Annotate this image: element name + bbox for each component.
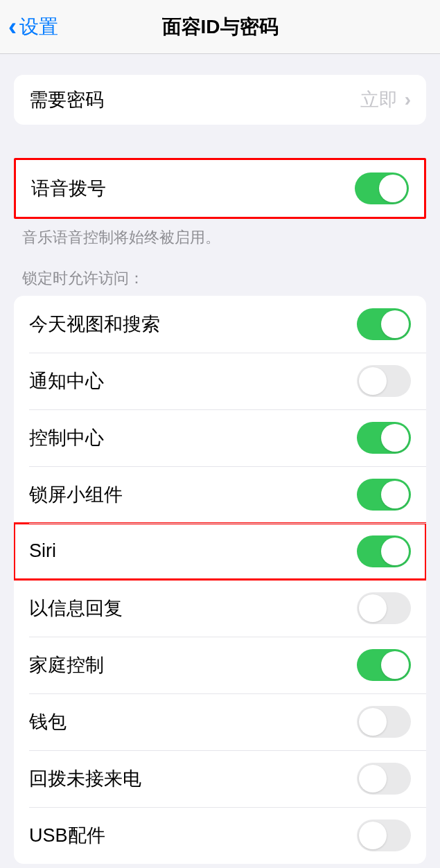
allow-access-toggle[interactable] [357,592,411,624]
allow-access-toggle[interactable] [357,649,411,681]
toggle-knob [381,651,409,679]
allow-access-header: 锁定时允许访问： [0,268,440,296]
allow-access-label: 通知中心 [29,369,104,393]
allow-access-toggle[interactable] [357,706,411,738]
chevron-left-icon: ‹ [8,12,17,42]
allow-access-toggle[interactable] [357,365,411,397]
allow-access-row: 控制中心 [14,409,426,466]
allow-access-row: Siri [14,523,426,580]
toggle-knob [359,765,387,792]
toggle-knob [379,175,407,202]
allow-access-toggle[interactable] [357,535,411,567]
allow-access-toggle[interactable] [357,422,411,454]
allow-access-toggle[interactable] [357,479,411,511]
allow-access-label: Siri [29,540,56,562]
chevron-right-icon: › [405,89,411,111]
allow-access-row: USB配件 [14,807,426,864]
allow-access-label: 以信息回复 [29,596,123,621]
allow-access-label: USB配件 [29,823,105,848]
toggle-knob [359,822,387,849]
voice-dial-row: 语音拨号 [16,160,424,217]
require-passcode-row[interactable]: 需要密码 立即 › [14,75,426,125]
allow-access-label: 锁屏小组件 [29,482,123,507]
allow-access-group: 今天视图和搜索通知中心控制中心锁屏小组件Siri以信息回复家庭控制钱包回拨未接来… [14,296,426,864]
toggle-knob [359,708,387,736]
voice-dial-group: 语音拨号 [14,158,426,219]
toggle-knob [381,538,409,565]
allow-access-label: 家庭控制 [29,653,104,677]
allow-access-row: 钱包 [14,693,426,750]
allow-access-row: 以信息回复 [14,580,426,637]
allow-access-toggle[interactable] [357,308,411,340]
toggle-knob [381,424,409,452]
allow-access-label: 今天视图和搜索 [29,312,160,337]
toggle-knob [381,310,409,338]
usb-footer: iPhone锁定超过一小时后，需先解锁iPhone才能允许USB配件连接。 [0,864,440,868]
require-passcode-group: 需要密码 立即 › [14,75,426,125]
back-button[interactable]: ‹ 设置 [0,12,58,42]
allow-access-label: 回拨未接来电 [29,766,141,791]
toggle-knob [381,481,409,508]
allow-access-row: 通知中心 [14,353,426,409]
allow-access-label: 控制中心 [29,425,104,450]
allow-access-row: 回拨未接来电 [14,750,426,807]
voice-dial-footer: 音乐语音控制将始终被启用。 [0,219,440,249]
allow-access-label: 钱包 [29,709,67,734]
allow-access-row: 家庭控制 [14,637,426,693]
toggle-knob [359,594,387,622]
voice-dial-label: 语音拨号 [31,176,106,201]
require-passcode-label: 需要密码 [29,87,104,112]
back-label: 设置 [19,14,58,40]
allow-access-toggle[interactable] [357,763,411,795]
toggle-knob [359,367,387,395]
allow-access-toggle[interactable] [357,820,411,851]
page-title: 面容ID与密码 [162,14,279,40]
allow-access-row: 今天视图和搜索 [14,296,426,353]
voice-dial-toggle[interactable] [355,172,409,204]
require-passcode-value: 立即 [360,87,398,112]
allow-access-row: 锁屏小组件 [14,466,426,523]
nav-header: ‹ 设置 面容ID与密码 [0,0,440,54]
